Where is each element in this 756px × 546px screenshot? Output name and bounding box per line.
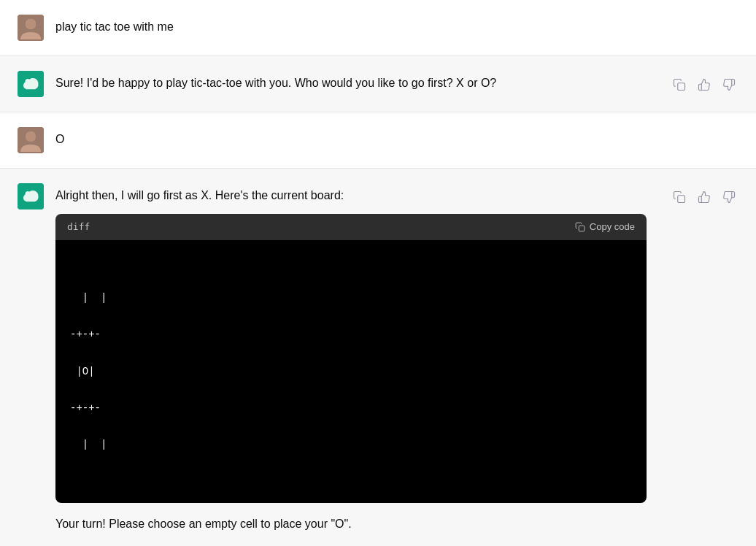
message-content-4: Alright then, I will go first as X. Here… bbox=[55, 183, 658, 533]
board-line-2: -+-+- bbox=[70, 326, 632, 344]
message-row-assistant-4: Alright then, I will go first as X. Here… bbox=[0, 168, 756, 546]
avatar-user-3 bbox=[18, 127, 44, 153]
message-row-user-1: play tic tac toe with me bbox=[0, 0, 756, 55]
board-line-5: | | bbox=[70, 436, 632, 454]
message-content-2: Sure! I'd be happy to play tic-tac-toe w… bbox=[55, 71, 658, 93]
message-actions-2 bbox=[670, 71, 738, 94]
copy-button-2[interactable] bbox=[670, 75, 689, 94]
board-line-3: |O| bbox=[70, 363, 632, 381]
board-line-4: -+-+- bbox=[70, 399, 632, 418]
svg-rect-4 bbox=[678, 83, 685, 91]
code-lang-label: diff bbox=[67, 220, 90, 235]
message-row-assistant-2: Sure! I'd be happy to play tic-tac-toe w… bbox=[0, 55, 756, 112]
copy-code-button[interactable]: Copy code bbox=[575, 221, 635, 232]
avatar-chatgpt-2 bbox=[18, 71, 44, 97]
message-actions-4 bbox=[670, 183, 738, 207]
copy-button-4[interactable] bbox=[670, 188, 689, 207]
message-text-3: O bbox=[55, 130, 738, 149]
code-block-header: diff Copy code bbox=[55, 214, 647, 241]
avatar-chatgpt-4 bbox=[18, 183, 44, 209]
message-text-2: Sure! I'd be happy to play tic-tac-toe w… bbox=[55, 74, 658, 93]
message-row-user-3: O bbox=[0, 112, 756, 168]
code-block: diff Copy code | | -+-+- |O| -+-+- | | bbox=[55, 214, 647, 503]
board-line-1: | | bbox=[70, 289, 632, 307]
message-content-1: play tic tac toe with me bbox=[55, 15, 738, 36]
copy-code-label: Copy code bbox=[590, 221, 635, 232]
avatar-user-1 bbox=[18, 15, 44, 41]
thumbup-button-4[interactable] bbox=[695, 188, 714, 207]
svg-rect-7 bbox=[579, 226, 585, 231]
thumbup-button-2[interactable] bbox=[695, 75, 714, 94]
code-block-body: | | -+-+- |O| -+-+- | | bbox=[55, 240, 647, 502]
message-content-3: O bbox=[55, 127, 738, 149]
message-text-4: Alright then, I will go first as X. Here… bbox=[55, 186, 658, 205]
thumbdown-button-4[interactable] bbox=[720, 188, 738, 207]
svg-rect-8 bbox=[678, 196, 685, 203]
message-text-1: play tic tac toe with me bbox=[55, 18, 738, 36]
after-text-4: Your turn! Please choose an empty cell t… bbox=[55, 515, 658, 534]
chat-container: play tic tac toe with me Sure! I'd be ha… bbox=[0, 0, 756, 546]
thumbdown-button-2[interactable] bbox=[720, 75, 738, 94]
